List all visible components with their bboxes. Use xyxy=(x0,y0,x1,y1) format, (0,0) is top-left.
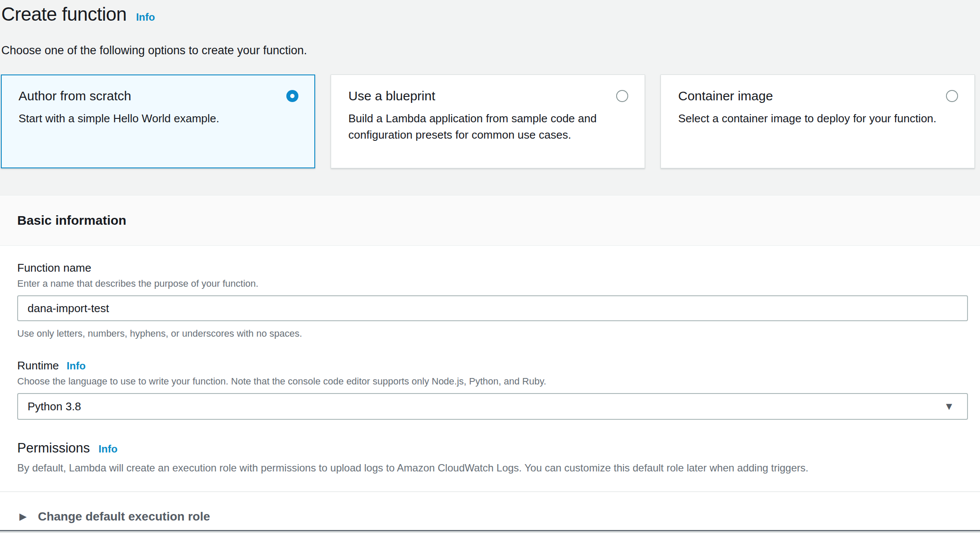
permissions-description: By default, Lambda will create an execut… xyxy=(17,462,968,474)
page-header: Create function Info Choose one of the f… xyxy=(0,0,980,57)
permissions-info-link[interactable]: Info xyxy=(99,443,118,455)
function-name-description: Enter a name that describes the purpose … xyxy=(17,278,968,289)
runtime-info-link[interactable]: Info xyxy=(67,360,86,372)
option-card-description: Build a Lambda application from sample c… xyxy=(348,110,628,143)
radio-unselected-icon[interactable] xyxy=(946,90,958,102)
runtime-label: Runtime xyxy=(17,359,59,372)
runtime-description: Choose the language to use to write your… xyxy=(17,376,968,387)
option-card-author-from-scratch[interactable]: Author from scratch Start with a simple … xyxy=(1,74,315,168)
creation-option-cards: Author from scratch Start with a simple … xyxy=(1,74,980,168)
function-name-constraint: Use only letters, numbers, hyphens, or u… xyxy=(17,328,968,339)
option-card-title: Use a blueprint xyxy=(348,89,435,103)
function-name-field: Function name Enter a name that describe… xyxy=(17,261,968,339)
function-name-label: Function name xyxy=(17,261,968,275)
runtime-select[interactable]: Python 3.8 ▼ xyxy=(17,393,968,420)
basic-information-panel: Basic information Function name Enter a … xyxy=(0,195,980,533)
change-execution-role-label: Change default execution role xyxy=(38,510,210,524)
function-name-input[interactable] xyxy=(17,295,968,321)
basic-information-heading: Basic information xyxy=(17,213,126,228)
page-title: Create function xyxy=(1,3,127,25)
option-card-description: Select a container image to deploy for y… xyxy=(678,110,958,127)
page-subtitle: Choose one of the following options to c… xyxy=(1,44,980,57)
change-execution-role-expander[interactable]: ▶ Change default execution role xyxy=(17,492,968,530)
option-card-description: Start with a simple Hello World example. xyxy=(19,110,298,127)
runtime-selected-value: Python 3.8 xyxy=(28,400,81,413)
basic-information-header: Basic information xyxy=(0,195,980,246)
bottom-divider xyxy=(0,530,980,533)
caret-right-icon: ▶ xyxy=(19,511,27,522)
runtime-field: Runtime Info Choose the language to use … xyxy=(17,359,968,420)
option-card-title: Author from scratch xyxy=(19,89,131,103)
radio-unselected-icon[interactable] xyxy=(616,90,628,102)
permissions-heading: Permissions xyxy=(17,440,90,456)
permissions-section: Permissions Info By default, Lambda will… xyxy=(17,440,968,474)
option-card-use-a-blueprint[interactable]: Use a blueprint Build a Lambda applicati… xyxy=(331,74,645,168)
option-card-title: Container image xyxy=(678,89,773,103)
option-card-container-image[interactable]: Container image Select a container image… xyxy=(661,74,975,168)
page-title-info-link[interactable]: Info xyxy=(136,11,155,23)
caret-down-icon: ▼ xyxy=(944,400,954,412)
basic-information-content: Function name Enter a name that describe… xyxy=(0,246,980,533)
radio-selected-icon[interactable] xyxy=(286,90,298,102)
